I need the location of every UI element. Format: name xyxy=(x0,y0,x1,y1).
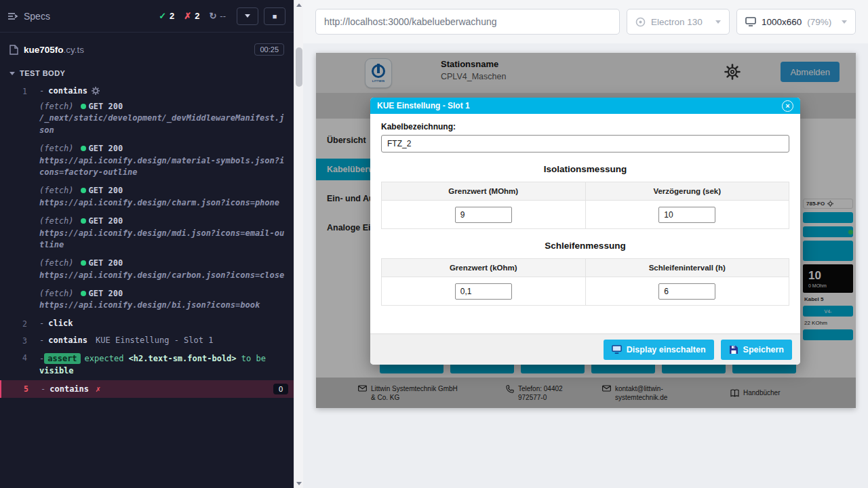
viewport-selector[interactable]: 1000x660 (79%) xyxy=(736,9,856,35)
app-under-test: LITTWIN Stationsname CPLV4_Maschen Abmel… xyxy=(316,53,856,408)
command-number: 5 xyxy=(1,384,41,394)
schleifen-section-title: Schleifenmessung xyxy=(381,241,789,251)
column-header: Grenzwert (MOhm) xyxy=(382,182,586,201)
reporter-scrollbar[interactable] xyxy=(294,0,303,488)
retry-count-badge: 0 xyxy=(273,384,288,394)
grenzwert-kohm-input[interactable] xyxy=(455,283,512,300)
command-row[interactable]: 3 -containsKUE Einstellung - Slot 1 xyxy=(0,332,294,349)
network-log-entry: (fetch)GET 200 https://api.iconify.desig… xyxy=(39,258,288,281)
specs-list-icon xyxy=(8,12,18,20)
spec-file-icon xyxy=(9,45,18,55)
screen: Specs ✓2 ✗2 ↻-- ■ kue705fo.cy.ts 00:25 T… xyxy=(0,0,868,488)
command-row-assert[interactable]: 4 -assertexpected <h2.text-sm.font-bold>… xyxy=(0,349,294,380)
column-header: Grenzwert (kOhm) xyxy=(382,259,586,277)
modal-title: KUE Einstellung - Slot 1 xyxy=(377,101,470,110)
request-url: https://api.iconify.design/mdi.json?icon… xyxy=(39,228,288,251)
status-dot xyxy=(81,218,86,224)
chevron-down-icon xyxy=(715,20,721,24)
command-method: click xyxy=(48,319,73,328)
refresh-icon: ↻ xyxy=(209,11,216,21)
cypress-reporter: Specs ✓2 ✗2 ↻-- ■ kue705fo.cy.ts 00:25 T… xyxy=(0,0,294,488)
test-body-toggle[interactable]: TEST BODY xyxy=(0,64,294,83)
stage: LITTWIN Stationsname CPLV4_Maschen Abmel… xyxy=(303,43,868,488)
reporter-header: Specs ✓2 ✗2 ↻-- ■ xyxy=(0,0,294,33)
status-dot xyxy=(81,188,86,193)
cross-icon: ✗ xyxy=(184,11,191,21)
spec-row[interactable]: kue705fo.cy.ts 00:25 xyxy=(0,33,294,64)
browser-name: Electron 130 xyxy=(651,17,703,27)
browser-selector[interactable]: Electron 130 xyxy=(627,9,730,35)
network-log-entry: (fetch)GET 200 https://api.iconify.desig… xyxy=(39,288,288,312)
command-row[interactable]: 1 -contains (fetch)GET 200 /_next/static… xyxy=(0,83,294,315)
modal-footer: Display einschalten Speichern xyxy=(370,333,800,365)
command-argument: KUE Einstellung - Slot 1 xyxy=(96,336,213,345)
spec-duration: 00:25 xyxy=(254,43,284,56)
speichern-button[interactable]: Speichern xyxy=(721,340,792,360)
schleifenintervall-input[interactable] xyxy=(658,283,715,300)
stat-failed: ✗2 xyxy=(184,11,199,21)
assert-badge: assert xyxy=(44,353,80,364)
scroll-down-arrow[interactable] xyxy=(294,479,304,488)
command-number: 1 xyxy=(0,86,39,312)
chevron-down-icon xyxy=(245,14,250,18)
command-row[interactable]: 2 -click xyxy=(0,315,294,332)
monitor-icon xyxy=(745,17,756,26)
kabel-label: Kabelbezeichnung: xyxy=(381,122,789,131)
display-einschalten-button[interactable]: Display einschalten xyxy=(604,340,714,360)
stat-pending: ↻-- xyxy=(209,11,226,21)
assert-message: -assertexpected <h2.text-sm.font-bold> t… xyxy=(39,352,288,377)
modal-body: Kabelbezeichnung: Isolationsmessung Gren… xyxy=(370,114,800,333)
verzoegerung-sek-input[interactable] xyxy=(658,207,715,223)
kabelbezeichnung-input[interactable] xyxy=(381,135,789,152)
spec-name: kue705fo.cy.ts xyxy=(24,45,84,55)
url-bar[interactable] xyxy=(315,9,620,35)
stop-icon: ■ xyxy=(273,12,277,20)
chevron-down-icon xyxy=(842,20,847,24)
schleifen-table: Grenzwert (kOhm) Schleifenintervall (h) xyxy=(381,258,789,306)
command-row-failed[interactable]: 5 -contains✗ 0 xyxy=(0,380,294,398)
specs-menu-button[interactable]: Specs xyxy=(8,11,50,22)
network-log: (fetch)GET 200 /_next/static/development… xyxy=(39,101,288,312)
browser-bar: Electron 130 1000x660 (79%) xyxy=(303,0,868,43)
status-dot xyxy=(81,146,86,151)
test-body-label: TEST BODY xyxy=(20,69,65,77)
grenzwert-mohm-input[interactable] xyxy=(455,207,512,223)
check-icon: ✓ xyxy=(159,11,166,21)
request-url: https://api.iconify.design/bi.json?icons… xyxy=(39,300,288,311)
status-dot xyxy=(81,260,86,266)
command-method: contains xyxy=(50,384,89,394)
viewport-zoom: (79%) xyxy=(807,17,831,27)
kue-settings-modal: KUE Einstellung - Slot 1 × Kabelbezeichn… xyxy=(370,98,800,365)
monitor-icon xyxy=(612,345,622,354)
electron-icon xyxy=(635,17,646,27)
specs-title: Specs xyxy=(24,11,50,22)
scroll-up-arrow[interactable] xyxy=(294,0,304,9)
reporter-actions: ■ xyxy=(237,7,285,25)
command-number: 3 xyxy=(0,336,39,346)
command-number: 4 xyxy=(0,352,39,377)
save-floppy-icon xyxy=(729,345,738,354)
fail-cross-icon: ✗ xyxy=(96,384,100,394)
request-url: https://api.iconify.design/carbon.json?i… xyxy=(39,270,288,281)
command-dash: - xyxy=(39,86,44,96)
modal-header: KUE Einstellung - Slot 1 × xyxy=(370,98,800,114)
command-log: 1 -contains (fetch)GET 200 /_next/static… xyxy=(0,83,294,488)
preview-pane: Electron 130 1000x660 (79%) LITTWIN xyxy=(303,0,868,488)
column-header: Verzögerung (sek) xyxy=(585,182,789,201)
chevron-down-icon xyxy=(9,72,15,75)
isolation-section-title: Isolationsmessung xyxy=(381,164,789,174)
assert-target: <h2.text-sm.font-bold> xyxy=(129,354,237,363)
network-log-entry: (fetch)GET 200 https://api.iconify.desig… xyxy=(39,216,288,251)
column-header: Schleifenintervall (h) xyxy=(585,259,789,277)
request-url: /_next/static/development/_devMiddleware… xyxy=(39,113,288,136)
collapse-all-button[interactable] xyxy=(237,7,258,25)
close-icon[interactable]: × xyxy=(782,100,793,112)
command-number: 2 xyxy=(0,319,39,329)
command-method: contains xyxy=(48,86,87,96)
isolation-table: Grenzwert (MOhm) Verzögerung (sek) xyxy=(381,182,789,229)
gear-icon xyxy=(92,87,100,95)
network-log-entry: (fetch)GET 200 /_next/static/development… xyxy=(39,101,288,136)
scrollbar-thumb[interactable] xyxy=(296,47,302,87)
stop-button[interactable]: ■ xyxy=(264,7,285,25)
status-dot xyxy=(81,291,86,296)
